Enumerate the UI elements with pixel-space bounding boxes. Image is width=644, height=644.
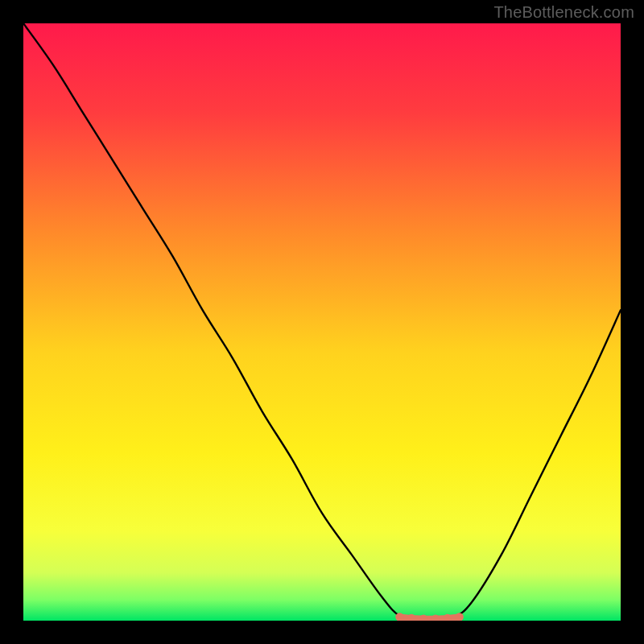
gradient-background xyxy=(23,23,621,621)
plot-area xyxy=(23,23,621,621)
chart-svg xyxy=(23,23,621,621)
chart-frame: TheBottleneck.com xyxy=(0,0,644,644)
watermark-text: TheBottleneck.com xyxy=(493,3,634,22)
